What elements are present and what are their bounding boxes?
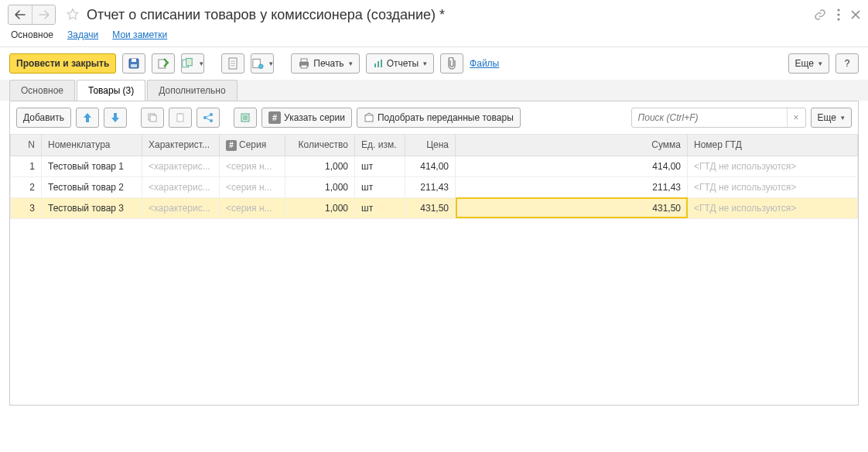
page-title: Отчет о списании товаров у комиссионера … bbox=[87, 7, 445, 23]
reports-button[interactable]: Отчеты▾ bbox=[366, 53, 434, 74]
set-series-button[interactable]: # Указать серии bbox=[261, 108, 352, 128]
col-characteristic[interactable]: Характерист... bbox=[142, 135, 220, 156]
close-icon[interactable] bbox=[851, 10, 860, 19]
col-series[interactable]: #Серия bbox=[220, 135, 285, 156]
files-link[interactable]: Файлы bbox=[470, 58, 499, 69]
main-toolbar: Провести и закрыть ▾ ▾ Печать▾ Отчеты▾ bbox=[0, 47, 868, 80]
favorite-star-icon[interactable] bbox=[65, 7, 80, 22]
col-sum[interactable]: Сумма bbox=[456, 135, 688, 156]
share-button[interactable] bbox=[196, 108, 220, 128]
create-based-on-button[interactable]: ▾ bbox=[181, 53, 204, 74]
move-up-button[interactable] bbox=[76, 108, 99, 128]
svg-point-11 bbox=[259, 64, 264, 69]
forward-button[interactable] bbox=[32, 5, 55, 24]
goods-more-button[interactable]: Еще▾ bbox=[811, 108, 852, 128]
goods-panel: Добавить # Указать серии bbox=[9, 101, 859, 406]
svg-rect-8 bbox=[186, 58, 193, 65]
nav-main[interactable]: Основное bbox=[11, 29, 53, 40]
svg-rect-16 bbox=[378, 61, 379, 67]
svg-point-2 bbox=[837, 18, 839, 20]
svg-point-24 bbox=[210, 119, 213, 122]
search-box: × bbox=[631, 108, 806, 128]
col-nomenclature[interactable]: Номенклатура bbox=[42, 135, 142, 156]
link-icon[interactable] bbox=[814, 9, 826, 21]
structure-button[interactable]: ▾ bbox=[251, 53, 274, 74]
titlebar: Отчет о списании товаров у комиссионера … bbox=[0, 0, 868, 26]
svg-rect-13 bbox=[301, 59, 307, 62]
document-icon-button[interactable] bbox=[221, 53, 244, 74]
kebab-menu-icon[interactable] bbox=[837, 9, 840, 21]
svg-rect-20 bbox=[177, 114, 183, 122]
fill-button[interactable] bbox=[234, 108, 257, 128]
col-price[interactable]: Цена bbox=[405, 135, 456, 156]
svg-point-22 bbox=[203, 116, 207, 119]
print-button[interactable]: Печать▾ bbox=[291, 53, 359, 74]
clear-search-icon[interactable]: × bbox=[787, 108, 805, 127]
svg-point-1 bbox=[837, 13, 839, 15]
svg-rect-26 bbox=[365, 115, 373, 122]
col-uom[interactable]: Ед. изм. bbox=[355, 135, 405, 156]
svg-point-23 bbox=[210, 113, 213, 116]
nav-links: Основное Задачи Мои заметки bbox=[0, 26, 868, 47]
table-row[interactable]: 2 Тестовый товар 2 <характерис... <серия… bbox=[11, 176, 858, 197]
active-cell[interactable]: 431,50 bbox=[456, 197, 688, 218]
goods-toolbar: Добавить # Указать серии bbox=[10, 101, 858, 135]
svg-rect-14 bbox=[301, 65, 307, 68]
add-button[interactable]: Добавить bbox=[16, 108, 71, 128]
nav-tasks[interactable]: Задачи bbox=[67, 29, 98, 40]
nav-buttons bbox=[8, 5, 56, 25]
copy-button[interactable] bbox=[141, 108, 164, 128]
svg-point-0 bbox=[837, 9, 839, 11]
col-n[interactable]: N bbox=[11, 135, 42, 156]
move-down-button[interactable] bbox=[104, 108, 127, 128]
col-gtd[interactable]: Номер ГТД bbox=[688, 135, 858, 156]
tab-extra[interactable]: Дополнительно bbox=[147, 80, 237, 101]
svg-rect-21 bbox=[179, 113, 182, 115]
post-and-close-button[interactable]: Провести и закрыть bbox=[9, 53, 116, 74]
svg-rect-5 bbox=[131, 64, 137, 67]
nav-notes[interactable]: Мои заметки bbox=[112, 29, 167, 40]
svg-rect-19 bbox=[150, 115, 156, 122]
svg-rect-15 bbox=[374, 63, 376, 67]
goods-table: N Номенклатура Характерист... #Серия Кол… bbox=[10, 135, 858, 219]
attachment-button[interactable] bbox=[440, 53, 463, 74]
search-input[interactable] bbox=[632, 112, 787, 123]
save-button[interactable] bbox=[122, 53, 145, 74]
paste-button[interactable] bbox=[169, 108, 192, 128]
col-qty[interactable]: Количество bbox=[285, 135, 355, 156]
tabstrip: Основное Товары (3) Дополнительно bbox=[0, 80, 868, 101]
more-button[interactable]: Еще▾ bbox=[788, 53, 829, 74]
svg-rect-4 bbox=[132, 59, 136, 62]
pick-goods-button[interactable]: Подобрать переданные товары bbox=[357, 108, 521, 128]
svg-rect-17 bbox=[381, 60, 382, 67]
help-button[interactable]: ? bbox=[836, 53, 859, 74]
post-button[interactable] bbox=[152, 53, 175, 74]
table-row[interactable]: 3 Тестовый товар 3 <характерис... <серия… bbox=[11, 197, 858, 218]
back-button[interactable] bbox=[9, 5, 32, 24]
tab-goods[interactable]: Товары (3) bbox=[77, 80, 145, 101]
tab-main[interactable]: Основное bbox=[9, 80, 75, 101]
table-header-row: N Номенклатура Характерист... #Серия Кол… bbox=[11, 135, 858, 156]
table-row[interactable]: 1 Тестовый товар 1 <характерис... <серия… bbox=[11, 156, 858, 176]
